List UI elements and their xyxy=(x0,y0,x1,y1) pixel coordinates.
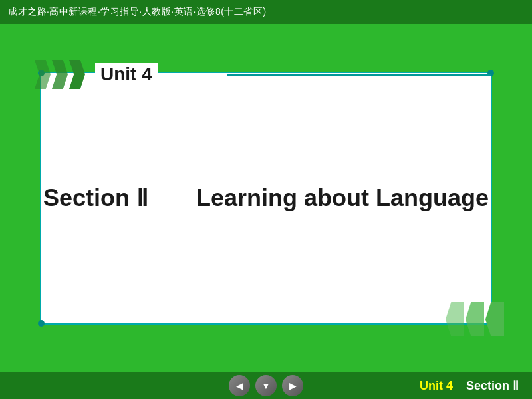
nav-buttons: ◀ ▼ ▶ xyxy=(229,375,303,396)
chevron-3 xyxy=(69,60,85,89)
right-chevron-decoration xyxy=(446,302,504,336)
corner-dot-bl xyxy=(38,320,45,327)
bottom-page-info: Unit 4 Section Ⅱ xyxy=(420,378,519,393)
main-content: Unit 4 Section Ⅱ Learning about Language xyxy=(0,24,532,372)
rchevron-3 xyxy=(485,302,504,336)
rchevron-2 xyxy=(466,302,484,336)
chevron-2 xyxy=(52,60,68,89)
header-bar: 成才之路·高中新课程·学习指导·人教版·英语·选修8(十二省区) xyxy=(0,0,532,24)
section-indicator: Section Ⅱ xyxy=(466,379,519,392)
chevron-1 xyxy=(35,60,51,89)
unit-indicator: Unit 4 xyxy=(420,379,453,392)
left-chevron-decoration xyxy=(35,60,85,89)
title-line xyxy=(227,74,491,76)
content-card: Unit 4 Section Ⅱ Learning about Language xyxy=(40,72,492,325)
section-content: Section Ⅱ Learning about Language xyxy=(41,73,491,323)
next-button[interactable]: ▶ xyxy=(282,375,303,396)
rchevron-1 xyxy=(446,302,464,336)
prev-button[interactable]: ◀ xyxy=(229,375,250,396)
unit-label: Unit 4 xyxy=(95,63,158,86)
header-title: 成才之路·高中新课程·学习指导·人教版·英语·选修8(十二省区) xyxy=(8,6,267,18)
unit-title-area: Unit 4 xyxy=(41,60,158,89)
bottom-bar: ◀ ▼ ▶ Unit 4 Section Ⅱ xyxy=(0,372,532,399)
section-text: Section Ⅱ Learning about Language xyxy=(43,182,489,215)
home-button[interactable]: ▼ xyxy=(255,375,277,396)
